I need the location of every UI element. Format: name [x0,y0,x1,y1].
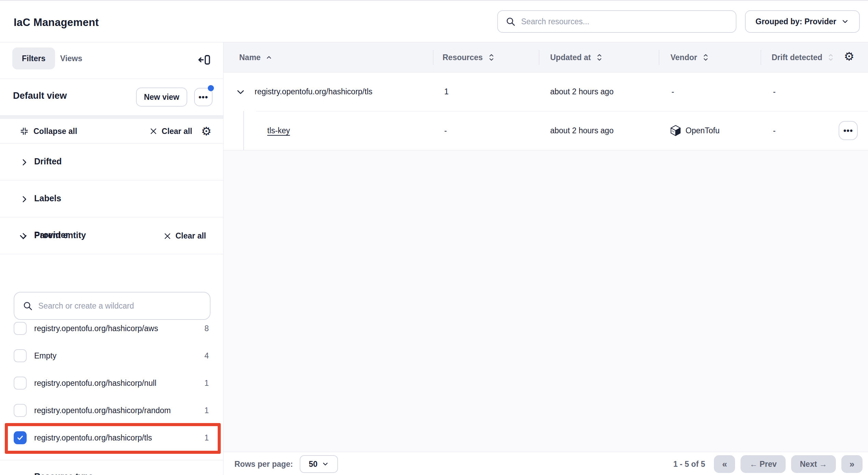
vendor-label: OpenTofu [686,126,720,135]
table-footer: Rows per page: 50 1 - 5 of 5 « ← Prev Ne… [223,452,868,475]
sidebar-tabs: Filters Views [0,42,223,79]
collapse-sidebar-icon[interactable] [197,53,212,67]
table-settings-gear-icon[interactable]: ⚙ [844,51,854,62]
option-count: 1 [204,433,209,443]
option-count: 8 [204,324,209,333]
table-row[interactable]: tls-key - about 2 hours ago OpenT [223,111,868,150]
cell-name: registry.opentofu.org/hashicorp/tls [255,72,372,111]
column-divider [433,50,433,65]
cell-updated-at: about 2 hours ago [550,72,613,111]
checkbox-unchecked[interactable] [14,349,27,362]
checkbox-unchecked[interactable] [14,377,27,390]
clear-all-label: Clear all [176,231,206,241]
page-range-label: 1 - 5 of 5 [673,460,705,469]
filters-toolbar: Collapse all Clear all ⚙ [0,119,223,144]
tab-views[interactable]: Views [60,48,82,69]
iac-management-page: IaC Management Grouped by: Provider Filt… [0,0,868,475]
column-header-drift-detected[interactable]: Drift detected [772,42,835,72]
cell-vendor: - [672,72,674,111]
wildcard-search-input[interactable] [38,301,202,311]
filter-section-drifted[interactable]: Drifted [0,144,223,180]
search-input[interactable] [521,17,728,26]
provider-clear-all-button[interactable]: Clear all [163,231,206,241]
provider-option[interactable]: Empty 4 [0,342,223,369]
chevron-down-icon [841,17,849,26]
option-label: Empty [34,351,56,361]
provider-option[interactable]: registry.opentofu.org/hashicorp/aws 8 [0,315,223,342]
chevron-down-icon[interactable] [236,72,245,111]
next-page-button[interactable]: Next → [791,455,836,473]
chevron-down-icon[interactable] [18,232,28,242]
opentofu-logo-icon [670,125,681,136]
provider-option[interactable]: registry.opentofu.org/hashicorp/null 1 [0,369,223,397]
provider-options-list: registry.opentofu.org/hashicorp/aws 8 Em… [0,315,223,451]
filter-section-labels[interactable]: Labels [0,180,223,217]
table-row-group[interactable]: registry.opentofu.org/hashicorp/tls 1 ab… [223,72,868,111]
chevron-right-icon [20,195,29,204]
column-label: Vendor [670,53,697,62]
cell-resources: - [444,111,447,150]
sort-icon [488,53,495,62]
column-label: Updated at [550,53,591,62]
chevron-right-icon [20,474,29,475]
filter-section-resource-type[interactable]: Resource type [0,469,223,475]
gear-icon[interactable]: ⚙ [201,125,212,137]
divider [0,115,223,119]
filters-sidebar: Filters Views Default view New view ••• [0,42,223,475]
rows-per-page-label: Rows per page: [234,460,293,469]
provider-option[interactable]: registry.opentofu.org/hashicorp/random 1 [0,397,223,424]
collapse-all-button[interactable]: Collapse all [20,119,77,144]
column-header-updated-at[interactable]: Updated at [550,42,603,72]
search-icon [505,16,516,27]
checkbox-checked[interactable] [14,431,27,444]
sort-icon [827,53,835,62]
column-label: Resources [443,53,483,62]
current-view-row: Default view New view ••• [0,79,223,115]
resource-link[interactable]: tls-key [267,126,290,135]
new-view-button[interactable]: New view [136,87,187,107]
grouped-by-dropdown[interactable]: Grouped by: Provider [745,10,860,33]
option-count: 4 [204,351,209,361]
column-header-vendor[interactable]: Vendor [670,42,709,72]
resource-search[interactable] [497,10,736,33]
provider-option-selected[interactable]: registry.opentofu.org/hashicorp/tls 1 [0,424,223,451]
toolbar-right: Clear all ⚙ [149,119,212,144]
option-count: 1 [204,406,209,415]
tree-guide-line [243,111,244,150]
close-icon [163,232,172,240]
column-label: Name [239,53,261,62]
option-label: registry.opentofu.org/hashicorp/random [34,406,171,415]
column-divider [659,50,659,65]
sort-icon [596,53,603,62]
table-rows: registry.opentofu.org/hashicorp/tls 1 ab… [223,72,868,150]
rows-per-page-select[interactable]: 50 [300,455,338,473]
first-page-button[interactable]: « [714,455,735,473]
clear-all-button[interactable]: Clear all [149,127,192,136]
cell-resources: 1 [444,72,449,111]
column-header-resources[interactable]: Resources [443,42,495,72]
pagination: 1 - 5 of 5 « ← Prev Next → » [673,452,863,475]
cell-name: tls-key [267,111,290,150]
column-header-name[interactable]: Name [239,42,272,72]
close-icon [149,127,158,135]
row-actions-button[interactable]: ••• [839,121,858,140]
column-divider [539,50,539,65]
table-header: Name Resources Updated at [223,42,868,72]
column-divider [761,50,761,65]
cell-drift: - [773,111,776,150]
section-label: Drifted [34,157,62,166]
top-header: IaC Management Grouped by: Provider [0,1,868,42]
prev-page-button[interactable]: ← Prev [741,455,785,473]
tab-filters[interactable]: Filters [12,48,55,69]
checkbox-unchecked[interactable] [14,404,27,417]
section-label: Labels [34,193,61,203]
filter-section-provider: Provider Clear all [0,216,223,255]
column-label: Drift detected [772,53,822,62]
notification-dot [208,85,214,91]
checkbox-unchecked[interactable] [14,322,27,335]
page-title: IaC Management [14,16,99,29]
divider [0,460,223,460]
last-page-button[interactable]: » [841,455,863,473]
option-label: registry.opentofu.org/hashicorp/null [34,379,157,388]
cell-drift: - [773,72,776,111]
